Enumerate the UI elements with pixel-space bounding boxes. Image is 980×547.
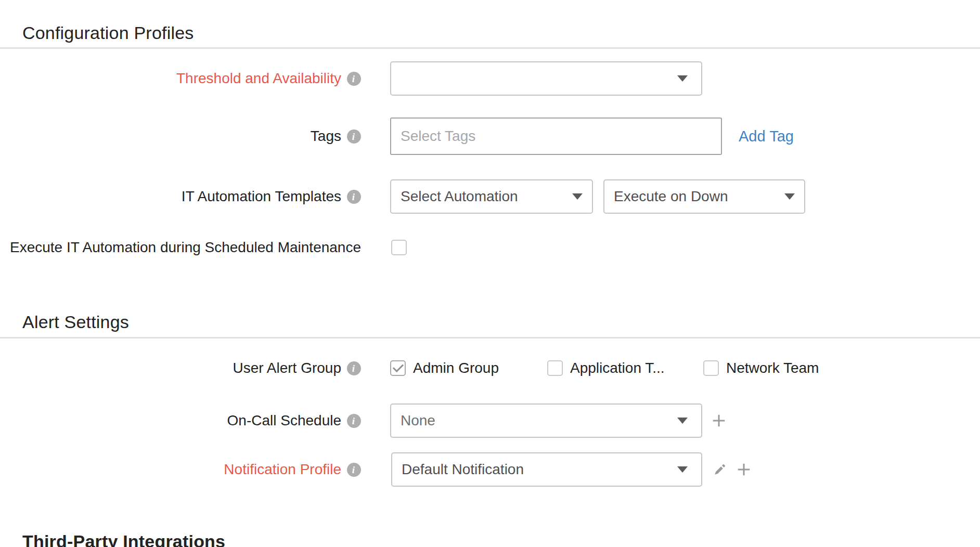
info-icon[interactable]: i <box>347 190 361 204</box>
section-divider <box>0 337 980 338</box>
admin-group-checkbox-label: Admin Group <box>413 360 499 376</box>
pencil-icon <box>713 462 727 477</box>
application-team-checkbox-label: Application T... <box>570 360 665 376</box>
row-on-call-schedule: On-Call Schedule i None <box>0 403 980 438</box>
notification-profile-label-group: Notification Profile i <box>0 452 361 487</box>
row-user-alert-group: User Alert Group i Admin Group Applicati… <box>0 360 980 376</box>
it-automation-label: IT Automation Templates <box>182 188 341 205</box>
alert-group-option-admin: Admin Group <box>390 360 499 376</box>
info-icon[interactable]: i <box>347 72 361 86</box>
row-execute-maintenance: Execute IT Automation during Scheduled M… <box>0 239 980 256</box>
network-team-checkbox[interactable] <box>703 360 719 376</box>
automation-action-value: Execute on Down <box>614 188 728 205</box>
chevron-down-icon <box>784 193 795 200</box>
automation-action-select[interactable]: Execute on Down <box>603 179 805 214</box>
alert-group-option-network: Network Team <box>703 360 819 376</box>
configuration-form: Configuration Profiles Threshold and Ava… <box>0 0 980 547</box>
add-tag-link[interactable]: Add Tag <box>739 128 794 145</box>
it-automation-label-group: IT Automation Templates i <box>0 179 361 214</box>
user-alert-group-label-group: User Alert Group i <box>0 360 361 376</box>
section-title-third-party-integrations: Third-Party Integrations <box>22 531 225 547</box>
row-it-automation-templates: IT Automation Templates i Select Automat… <box>0 179 980 214</box>
info-icon[interactable]: i <box>347 463 361 477</box>
row-notification-profile: Notification Profile i Default Notificat… <box>0 452 980 487</box>
chevron-down-icon <box>677 75 688 82</box>
info-icon[interactable]: i <box>347 129 361 144</box>
row-tags: Tags i Add Tag <box>0 118 980 155</box>
network-team-checkbox-label: Network Team <box>726 360 819 376</box>
info-icon[interactable]: i <box>347 414 361 428</box>
plus-icon <box>711 413 727 428</box>
chevron-down-icon <box>677 418 688 424</box>
notification-profile-label: Notification Profile <box>224 461 341 478</box>
on-call-schedule-value: None <box>401 412 435 429</box>
add-notification-profile-button[interactable] <box>736 461 752 478</box>
on-call-label-group: On-Call Schedule i <box>0 403 361 438</box>
notification-profile-select[interactable]: Default Notification <box>391 452 702 487</box>
threshold-label: Threshold and Availability <box>176 70 341 87</box>
section-divider <box>0 47 980 49</box>
checkmark-icon <box>393 361 404 372</box>
automation-template-value: Select Automation <box>401 188 518 205</box>
execute-maintenance-checkbox[interactable] <box>391 240 407 255</box>
edit-notification-profile-button[interactable] <box>712 461 728 478</box>
threshold-profile-select[interactable] <box>390 61 702 96</box>
alert-group-option-application: Application T... <box>547 360 665 376</box>
tags-label-group: Tags i <box>0 118 361 155</box>
chevron-down-icon <box>677 466 688 473</box>
threshold-label-group: Threshold and Availability i <box>0 61 361 96</box>
chevron-down-icon <box>572 193 583 200</box>
tags-input[interactable] <box>390 118 722 155</box>
execute-maintenance-label: Execute IT Automation during Scheduled M… <box>10 239 361 256</box>
notification-profile-value: Default Notification <box>402 461 524 478</box>
admin-group-checkbox[interactable] <box>390 360 406 376</box>
section-title-configuration-profiles: Configuration Profiles <box>22 23 194 43</box>
application-team-checkbox[interactable] <box>547 360 563 376</box>
info-icon[interactable]: i <box>347 361 361 375</box>
user-alert-group-label: User Alert Group <box>233 360 341 376</box>
on-call-schedule-select[interactable]: None <box>390 403 702 438</box>
section-title-alert-settings: Alert Settings <box>22 312 129 332</box>
add-on-call-schedule-button[interactable] <box>711 412 727 429</box>
row-threshold-and-availability: Threshold and Availability i <box>0 61 980 96</box>
automation-template-select[interactable]: Select Automation <box>390 179 593 214</box>
plus-icon <box>736 462 752 477</box>
tags-label: Tags <box>311 128 341 145</box>
on-call-schedule-label: On-Call Schedule <box>227 412 341 429</box>
execute-maintenance-label-group: Execute IT Automation during Scheduled M… <box>0 239 361 256</box>
